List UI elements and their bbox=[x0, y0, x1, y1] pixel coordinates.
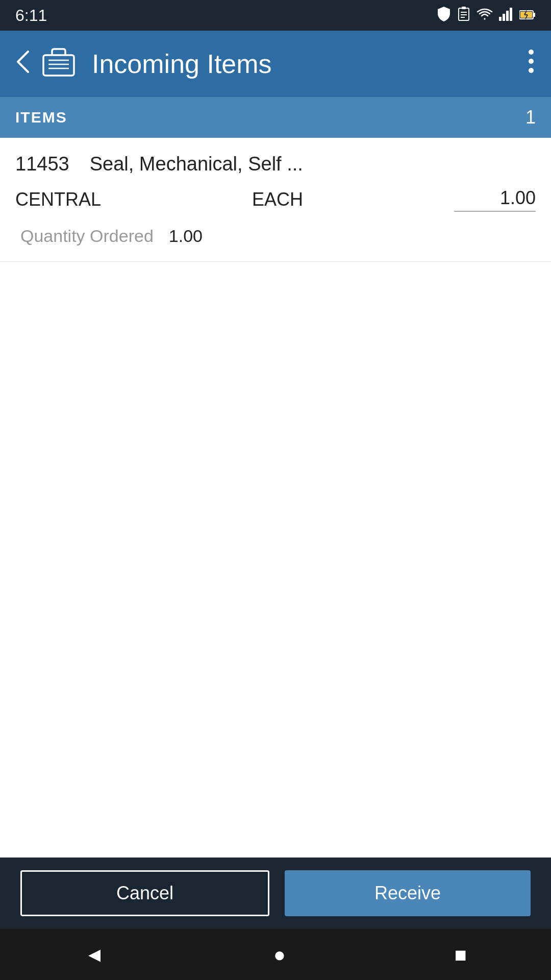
item-quantity-input[interactable] bbox=[454, 187, 536, 212]
item-card: 11453 Seal, Mechanical, Self ... CENTRAL… bbox=[0, 138, 551, 262]
status-time: 6:11 bbox=[15, 6, 47, 25]
svg-rect-10 bbox=[533, 13, 535, 17]
item-row-id-name: 11453 Seal, Mechanical, Self ... bbox=[15, 153, 536, 175]
battery-icon bbox=[519, 8, 536, 23]
shield-icon bbox=[437, 6, 451, 26]
status-icons bbox=[437, 6, 536, 26]
app-header: Incoming Items bbox=[0, 31, 551, 97]
item-unit: EACH bbox=[101, 189, 454, 210]
svg-rect-6 bbox=[503, 14, 505, 21]
items-header: ITEMS 1 bbox=[0, 97, 551, 138]
svg-point-19 bbox=[529, 50, 534, 55]
nav-recent-button[interactable]: ■ bbox=[454, 943, 466, 966]
svg-rect-8 bbox=[510, 8, 512, 21]
item-id: 11453 bbox=[15, 153, 69, 175]
svg-point-21 bbox=[529, 68, 534, 73]
svg-point-20 bbox=[529, 59, 534, 64]
main-content bbox=[0, 262, 551, 857]
item-location: CENTRAL bbox=[15, 189, 101, 210]
status-bar: 6:11 bbox=[0, 0, 551, 31]
wifi-icon bbox=[477, 8, 493, 23]
items-count: 1 bbox=[525, 107, 536, 128]
more-options-button[interactable] bbox=[527, 46, 536, 82]
page-title: Incoming Items bbox=[92, 48, 272, 79]
svg-rect-3 bbox=[461, 14, 467, 15]
svg-rect-7 bbox=[506, 11, 509, 21]
svg-rect-1 bbox=[462, 7, 466, 9]
quantity-ordered-label: Quantity Ordered bbox=[20, 226, 154, 246]
nav-home-button[interactable]: ● bbox=[273, 943, 286, 966]
quantity-ordered-value: 1.00 bbox=[169, 226, 203, 246]
signal-icon bbox=[499, 7, 513, 24]
receive-button[interactable]: Receive bbox=[285, 870, 531, 916]
briefcase-icon bbox=[41, 46, 77, 82]
svg-rect-5 bbox=[499, 17, 502, 21]
svg-rect-2 bbox=[461, 12, 467, 13]
bottom-action-bar: Cancel Receive bbox=[0, 857, 551, 929]
android-nav-bar: ◄ ● ■ bbox=[0, 929, 551, 980]
nav-back-button[interactable]: ◄ bbox=[84, 943, 105, 966]
svg-rect-4 bbox=[461, 17, 465, 18]
item-row-ordered: Quantity Ordered 1.00 bbox=[15, 226, 536, 246]
item-name: Seal, Mechanical, Self ... bbox=[90, 153, 303, 175]
header-left: Incoming Items bbox=[15, 46, 272, 82]
item-row-details: CENTRAL EACH bbox=[15, 187, 536, 212]
svg-rect-15 bbox=[43, 55, 74, 76]
clipboard-icon bbox=[457, 6, 470, 25]
cancel-button[interactable]: Cancel bbox=[20, 870, 269, 916]
back-button[interactable] bbox=[15, 49, 31, 79]
items-section-label: ITEMS bbox=[15, 109, 67, 126]
